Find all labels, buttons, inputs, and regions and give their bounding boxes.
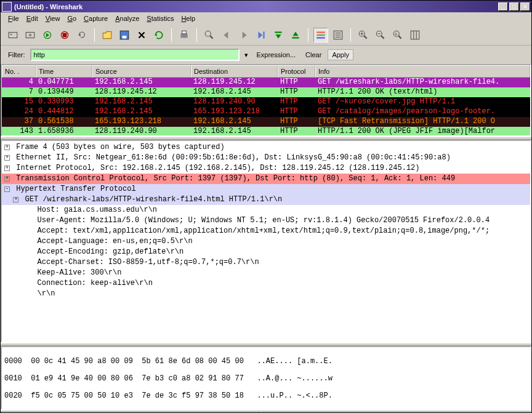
menu-go[interactable]: Go (63, 14, 80, 23)
status-packets: P: 146 D: 6 M: 0 Drops: 0 (262, 411, 531, 414)
back-icon[interactable] (219, 28, 234, 42)
svg-rect-25 (316, 34, 325, 35)
toolbar: 1 (1, 25, 531, 46)
last-icon[interactable] (288, 28, 303, 42)
filter-input[interactable] (30, 49, 240, 61)
find-icon[interactable] (202, 28, 217, 42)
menu-view[interactable]: View (42, 14, 64, 23)
print-icon[interactable] (177, 28, 191, 42)
svg-line-32 (364, 36, 367, 39)
colorize-icon[interactable] (313, 28, 328, 42)
menu-help[interactable]: Help (177, 14, 199, 23)
svg-rect-22 (292, 37, 299, 38)
svg-rect-41 (411, 31, 419, 39)
zoom-out-icon[interactable] (373, 28, 388, 42)
maximize-button[interactable]: □ (509, 2, 519, 11)
close-file-icon[interactable] (134, 28, 149, 42)
packet-list[interactable]: No. . Time Source Destination Protocol I… (1, 64, 531, 137)
minimize-button[interactable]: _ (498, 2, 508, 11)
close-button[interactable]: ✕ (520, 2, 530, 11)
col-protocol[interactable]: Protocol (278, 65, 315, 78)
titlebar: (Untitled) - Wireshark _ □ ✕ (1, 1, 531, 12)
packet-row[interactable]: 150.330993192.168.2.145128.119.240.90HTT… (2, 97, 530, 107)
forward-icon[interactable] (236, 28, 251, 42)
svg-rect-10 (123, 36, 127, 39)
svg-rect-12 (180, 33, 187, 38)
packet-row[interactable]: 240.444812192.168.2.145165.193.123.218HT… (2, 107, 530, 117)
col-source[interactable]: Source (92, 65, 191, 78)
svg-marker-17 (243, 31, 247, 38)
svg-rect-1 (10, 33, 12, 34)
col-no[interactable]: No. . (2, 65, 36, 78)
packet-row[interactable]: 40.047771192.168.2.145128.119.245.12HTTP… (2, 78, 530, 87)
svg-marker-5 (46, 33, 50, 37)
collapse-icon[interactable]: - (4, 186, 10, 192)
menubar: File Edit View Go Capture Analyze Statis… (1, 12, 531, 25)
svg-line-36 (381, 36, 384, 39)
expand-icon[interactable]: + (13, 197, 18, 202)
svg-rect-7 (63, 33, 67, 37)
col-destination[interactable]: Destination (191, 65, 278, 78)
packet-row[interactable]: 370.561538165.193.123.218192.168.2.145HT… (2, 117, 530, 127)
goto-icon[interactable] (254, 28, 268, 42)
interfaces-icon[interactable] (6, 28, 20, 42)
svg-rect-0 (9, 32, 17, 38)
svg-rect-13 (182, 31, 187, 34)
zoom-100-icon[interactable]: 1 (390, 28, 405, 42)
window-title: (Untitled) - Wireshark (14, 3, 498, 10)
start-capture-icon[interactable] (40, 28, 55, 42)
statusbar: File: "C:\DOCUME~1\PAULAW~1\LOCALS~1\Tem… (1, 410, 531, 413)
svg-point-14 (205, 31, 211, 36)
clear-button[interactable]: Clear (302, 50, 325, 60)
resize-cols-icon[interactable] (408, 28, 422, 42)
packet-row[interactable]: 70.139449128.119.245.12192.168.2.145HTTP… (2, 87, 530, 97)
svg-rect-26 (316, 37, 325, 38)
svg-rect-20 (275, 31, 281, 33)
svg-rect-24 (316, 31, 325, 33)
expand-icon[interactable]: + (4, 155, 10, 161)
packet-details[interactable]: + Frame 4 (503 bytes on wire, 503 bytes … (1, 140, 531, 343)
filter-dropdown-icon[interactable]: ▾ (242, 49, 251, 61)
autoscroll-icon[interactable] (331, 28, 345, 42)
menu-analyze[interactable]: Analyze (111, 14, 143, 23)
save-icon[interactable] (117, 28, 132, 42)
first-icon[interactable] (271, 28, 286, 42)
svg-rect-19 (263, 31, 264, 38)
stop-capture-icon[interactable] (57, 28, 72, 42)
menu-statistics[interactable]: Statistics (143, 14, 177, 23)
apply-button[interactable]: Apply (328, 49, 353, 60)
packet-list-header: No. . Time Source Destination Protocol I… (2, 65, 530, 78)
svg-line-39 (398, 36, 401, 39)
hex-dump[interactable]: 0000 00 0c 41 45 90 a8 00 09 5b 61 8e 6d… (1, 346, 531, 410)
svg-text:1: 1 (395, 32, 397, 36)
app-icon (2, 2, 12, 12)
svg-marker-18 (259, 31, 263, 38)
zoom-in-icon[interactable] (356, 28, 371, 42)
menu-edit[interactable]: Edit (23, 14, 42, 23)
svg-point-3 (29, 33, 32, 36)
filter-label: Filter: (6, 50, 28, 60)
status-file: File: "C:\DOCUME~1\PAULAW~1\LOCALS~1\Tem… (1, 411, 262, 414)
svg-marker-21 (276, 34, 281, 38)
expression-button[interactable]: Expression... (253, 50, 300, 60)
restart-capture-icon[interactable] (75, 28, 89, 42)
menu-capture[interactable]: Capture (80, 14, 111, 23)
col-info[interactable]: Info (315, 65, 530, 78)
reload-icon[interactable] (151, 28, 166, 42)
expand-icon[interactable]: + (4, 176, 10, 182)
expand-icon[interactable]: + (4, 145, 10, 150)
svg-marker-16 (224, 31, 228, 38)
menu-file[interactable]: File (4, 14, 23, 23)
filterbar: Filter: ▾ Expression... Clear Apply (1, 46, 531, 64)
svg-marker-23 (293, 31, 299, 36)
options-icon[interactable] (23, 28, 38, 42)
col-time[interactable]: Time (36, 65, 92, 78)
expand-icon[interactable]: + (4, 166, 10, 171)
open-icon[interactable] (100, 28, 115, 42)
packet-row[interactable]: 1431.658936128.119.240.90192.168.2.145HT… (2, 127, 530, 137)
svg-line-15 (210, 36, 213, 39)
